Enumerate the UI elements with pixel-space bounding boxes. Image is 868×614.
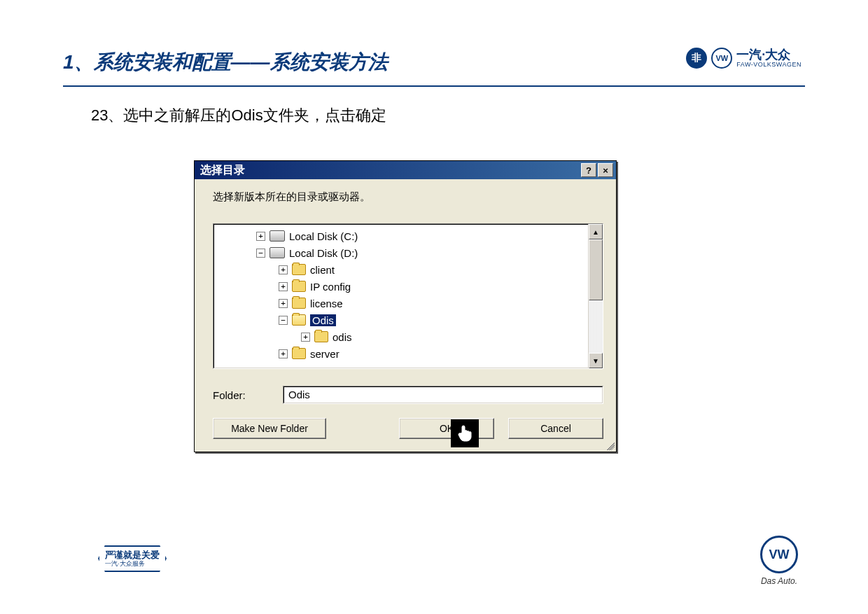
tree-node-client[interactable]: + client bbox=[214, 261, 588, 278]
collapse-icon[interactable]: − bbox=[279, 316, 288, 325]
help-button[interactable]: ? bbox=[581, 163, 596, 177]
directory-tree[interactable]: + Local Disk (C:) − Local Disk (D:) + cl… bbox=[214, 224, 588, 368]
cursor-hand-icon bbox=[451, 419, 479, 447]
footer-service-logo: 严谨就是关爱 一汽·大众服务 bbox=[98, 545, 167, 572]
expand-icon[interactable]: + bbox=[279, 282, 288, 291]
scroll-track[interactable] bbox=[589, 239, 603, 353]
brand-sub: FAW-VOLKSWAGEN bbox=[736, 61, 802, 68]
brand-main: 一汽·大众 bbox=[736, 48, 802, 61]
folder-open-icon bbox=[292, 314, 306, 326]
vw-logo-icon: VW bbox=[760, 536, 798, 573]
scroll-up-icon[interactable]: ▲ bbox=[589, 224, 603, 239]
expand-icon[interactable]: + bbox=[279, 299, 288, 308]
scroll-down-icon[interactable]: ▼ bbox=[589, 353, 603, 368]
step-instruction: 23、选中之前解压的Odis文件夹，点击确定 bbox=[91, 105, 386, 126]
dialog-prompt: 选择新版本所在的目录或驱动器。 bbox=[213, 190, 603, 204]
resize-grip-icon[interactable] bbox=[605, 440, 615, 450]
close-button[interactable]: × bbox=[598, 163, 613, 177]
das-auto-text: Das Auto. bbox=[760, 576, 798, 586]
cancel-button[interactable]: Cancel bbox=[508, 418, 603, 439]
make-new-folder-button[interactable]: Make New Folder bbox=[213, 418, 326, 439]
folder-icon bbox=[292, 264, 306, 275]
folder-icon bbox=[292, 348, 306, 359]
faw-logo-icon: 非 bbox=[686, 48, 707, 69]
folder-icon bbox=[314, 331, 328, 342]
folder-field-label: Folder: bbox=[213, 389, 283, 401]
tree-node-server[interactable]: + server bbox=[214, 345, 588, 362]
ok-button[interactable]: OK bbox=[399, 418, 494, 439]
select-directory-dialog: 选择目录 ? × 选择新版本所在的目录或驱动器。 + Local Disk (C… bbox=[194, 160, 617, 452]
header-divider bbox=[63, 85, 805, 87]
tree-node-odis-selected[interactable]: − Odis bbox=[214, 312, 588, 328]
drive-icon bbox=[270, 230, 285, 242]
collapse-icon[interactable]: − bbox=[256, 249, 265, 258]
folder-icon bbox=[292, 298, 306, 309]
expand-icon[interactable]: + bbox=[279, 265, 288, 274]
drive-icon bbox=[270, 247, 285, 258]
folder-input[interactable]: Odis bbox=[283, 386, 603, 404]
tree-node-odis-sub[interactable]: + odis bbox=[214, 328, 588, 345]
slide-title: 1、系统安装和配置——系统安装方法 bbox=[63, 51, 388, 73]
tree-node-d-drive[interactable]: − Local Disk (D:) bbox=[214, 244, 588, 261]
dialog-title: 选择目录 bbox=[200, 163, 245, 178]
tree-node-c-drive[interactable]: + Local Disk (C:) bbox=[214, 228, 588, 244]
footer-vw-logo: VW Das Auto. bbox=[760, 536, 798, 586]
folder-icon bbox=[292, 281, 306, 292]
dialog-titlebar[interactable]: 选择目录 ? × bbox=[195, 161, 616, 179]
vw-logo-icon: VW bbox=[711, 48, 732, 69]
brand-logos-top: 非 VW 一汽·大众 FAW-VOLKSWAGEN bbox=[686, 48, 802, 69]
tree-scrollbar[interactable]: ▲ ▼ bbox=[588, 224, 603, 368]
tree-node-ipconfig[interactable]: + IP config bbox=[214, 278, 588, 295]
tree-node-license[interactable]: + license bbox=[214, 295, 588, 312]
expand-icon[interactable]: + bbox=[279, 349, 288, 358]
expand-icon[interactable]: + bbox=[256, 232, 265, 241]
scroll-thumb[interactable] bbox=[589, 239, 603, 300]
expand-icon[interactable]: + bbox=[301, 333, 310, 342]
